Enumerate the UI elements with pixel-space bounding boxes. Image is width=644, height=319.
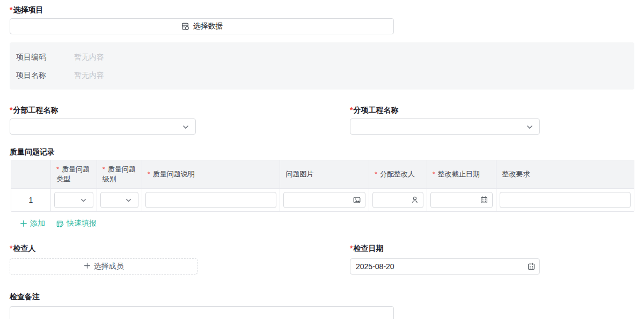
database-icon	[181, 22, 189, 31]
quality-inspection-form: *选择项目 选择数据 项目编码 暂无内容 项目名称 暂无内容 *分部工程名称	[0, 0, 644, 319]
header-rectifier: *分配整改人	[369, 160, 427, 188]
person-icon[interactable]	[411, 196, 419, 204]
issues-section-title: 质量问题记录	[10, 146, 634, 157]
required-marker: *	[10, 106, 12, 114]
inspector-label: *检查人	[10, 243, 197, 254]
remarks-label: 检查备注	[10, 291, 634, 302]
required-marker: *	[148, 170, 150, 178]
inspection-date-label: *检查日期	[350, 243, 540, 254]
select-project-label: *选择项目	[10, 4, 634, 15]
issue-description-input[interactable]	[145, 192, 277, 208]
project-code-label: 项目编码	[16, 53, 74, 62]
issues-table-row: 1	[11, 188, 634, 211]
issues-table: *质量问题类型 *质量问题级别 *质量问题说明 问题图片 *分配整改人 *整改截…	[11, 160, 634, 212]
required-marker: *	[56, 165, 59, 173]
requirement-input[interactable]	[500, 192, 631, 208]
required-marker: *	[350, 244, 353, 253]
header-index	[11, 160, 51, 188]
required-marker: *	[103, 165, 105, 173]
required-marker: *	[10, 5, 12, 14]
table-actions: 添加 快速填报	[20, 219, 634, 228]
subdivision-select[interactable]	[350, 118, 540, 135]
edit-table-icon	[56, 220, 64, 228]
required-marker: *	[433, 170, 435, 178]
remarks-textarea[interactable]	[10, 306, 394, 319]
add-row-button[interactable]: 添加	[20, 219, 45, 228]
header-issue-image: 问题图片	[280, 160, 369, 188]
header-requirement: 整改要求	[496, 160, 634, 188]
header-issue-description: *质量问题说明	[142, 160, 281, 188]
inspection-date-input[interactable]	[350, 258, 540, 275]
project-code-row: 项目编码 暂无内容	[16, 50, 634, 65]
subdivision-label: *分项工程名称	[350, 105, 540, 115]
select-data-button[interactable]: 选择数据	[10, 18, 394, 34]
issue-type-select[interactable]	[54, 192, 93, 208]
select-member-label: 选择成员	[94, 262, 124, 271]
required-marker: *	[350, 106, 353, 114]
calendar-icon[interactable]	[480, 196, 488, 204]
division-select[interactable]	[10, 118, 196, 135]
chevron-down-icon	[526, 123, 533, 132]
chevron-down-icon	[80, 197, 87, 205]
image-icon[interactable]	[353, 196, 361, 204]
quick-fill-label: 快速填报	[67, 219, 97, 228]
row-index: 1	[29, 196, 33, 204]
select-member-button[interactable]: 选择成员	[10, 258, 197, 275]
project-name-label: 项目名称	[16, 71, 74, 80]
chevron-down-icon	[182, 123, 189, 132]
add-row-label: 添加	[30, 219, 45, 228]
calendar-icon[interactable]	[527, 262, 536, 271]
chevron-down-icon	[125, 197, 132, 205]
select-data-label: 选择数据	[193, 21, 223, 31]
required-marker: *	[10, 244, 12, 253]
project-name-row: 项目名称 暂无内容	[16, 68, 634, 83]
plus-icon	[84, 262, 91, 271]
project-code-value: 暂无内容	[74, 53, 104, 62]
project-name-value: 暂无内容	[74, 71, 104, 80]
issues-table-header: *质量问题类型 *质量问题级别 *质量问题说明 问题图片 *分配整改人 *整改截…	[11, 160, 634, 188]
header-issue-type: *质量问题类型	[51, 160, 97, 188]
quick-fill-button[interactable]: 快速填报	[56, 219, 97, 228]
project-info-panel: 项目编码 暂无内容 项目名称 暂无内容	[10, 42, 634, 90]
issue-level-select[interactable]	[100, 192, 138, 208]
header-deadline: *整改截止日期	[427, 160, 497, 188]
division-label: *分部工程名称	[10, 105, 196, 115]
required-marker: *	[375, 170, 377, 178]
plus-icon	[20, 220, 27, 227]
header-issue-level: *质量问题级别	[97, 160, 142, 188]
